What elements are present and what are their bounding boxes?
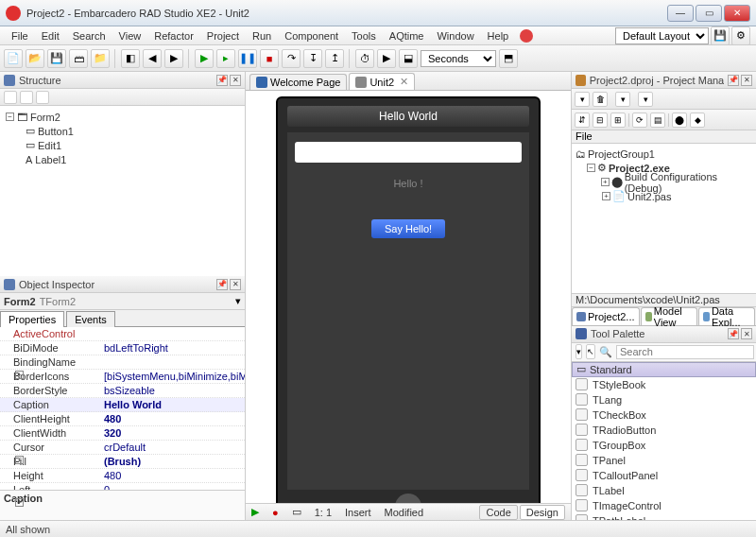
prop-row[interactable]: Height480 [0,469,245,483]
pm-filter-icon[interactable]: ▤ [650,113,665,128]
stepout-icon[interactable]: ↥ [325,49,344,68]
pm-build-icon[interactable]: ⬤ [672,113,687,128]
close-panel-icon[interactable]: ✕ [230,279,241,290]
layout-save-icon[interactable]: 💾 [711,26,730,45]
tab-events[interactable]: Events [66,311,115,327]
minimize-button[interactable]: — [667,5,694,22]
pal-cat-icon[interactable]: ▾ [576,344,582,359]
menu-refactor[interactable]: Refactor [148,28,199,43]
menu-search[interactable]: Search [67,28,112,43]
aq2-icon[interactable]: ▶ [377,49,396,68]
macro-indicator-icon[interactable]: ▭ [292,506,301,518]
pm-collapse-icon[interactable]: ⊟ [593,113,608,128]
stepinto-icon[interactable]: ↧ [303,49,322,68]
struct-btn1-icon[interactable] [4,91,17,104]
menu-help[interactable]: Help [482,28,515,43]
back-icon[interactable]: ◀ [143,49,162,68]
objinsp-selector[interactable]: Form2 TForm2 ▾ [0,293,245,310]
pm-unit[interactable]: Unit2.pas [627,191,671,202]
prop-row[interactable]: +Fill(Brush) [0,455,245,469]
prop-row[interactable]: BorderStylebsSizeable [0,384,245,398]
aq4-icon[interactable]: ⬒ [499,49,518,68]
form-designer[interactable]: Hello World Hello ! Say Hello! [246,91,571,503]
prop-row[interactable]: ActiveControl [0,327,245,341]
prop-row[interactable]: CaptionHello World [0,398,245,412]
menu-run[interactable]: Run [247,28,277,43]
prop-row[interactable]: Left0 [0,483,245,490]
new-icon[interactable]: 📄 [4,49,23,68]
menu-aqtime[interactable]: AQtime [384,28,430,43]
close-panel-icon[interactable]: ✕ [230,75,241,86]
close-tab-icon[interactable]: ✕ [400,76,408,88]
stepover-icon[interactable]: ↷ [282,49,301,68]
view-code-button[interactable]: Code [479,505,517,520]
pm-view-icon[interactable]: ▾ [638,92,653,107]
prop-row[interactable]: +BorderIcons[biSystemMenu,biMinimize,biM… [0,370,245,384]
pm-sort-icon[interactable]: ⇵ [575,113,590,128]
pm-expand-icon[interactable]: ⊞ [610,113,626,128]
palette-item[interactable]: TPathLabel [572,513,756,521]
menu-component[interactable]: Component [279,28,344,43]
aq3-icon[interactable]: ⬓ [399,49,418,68]
tab-dataexpl[interactable]: Data Expl... [698,307,755,325]
aq-icon[interactable]: ⏱ [355,49,374,68]
form-client[interactable]: Hello ! Say Hello! [287,132,529,490]
globe-icon[interactable] [520,29,533,43]
palette-search-input[interactable] [616,345,754,359]
folder-icon[interactable]: 📁 [91,49,110,68]
saveall-icon[interactable]: 🗃 [69,49,88,68]
pin-icon[interactable]: 📌 [216,75,228,86]
palette-item[interactable]: TPanel [572,453,756,468]
record-indicator-icon[interactable]: ● [272,507,279,518]
tree-label1[interactable]: Label1 [35,154,66,165]
palette-list[interactable]: TStyleBookTLangTCheckBoxTRadioButtonTGro… [572,377,756,521]
palette-item[interactable]: TImageControl [572,498,756,513]
menu-window[interactable]: Window [431,28,479,43]
edit1-control[interactable] [295,142,522,163]
pin-icon[interactable]: 📌 [216,279,228,290]
tab-project[interactable]: Project2... [572,307,640,325]
prop-row[interactable]: CursorcrDefault [0,441,245,455]
tab-unit2[interactable]: Unit2✕ [349,73,415,90]
pause-icon[interactable]: ❚❚ [238,49,257,68]
toggle-icon[interactable]: ◧ [121,49,140,68]
prop-row[interactable]: ClientWidth320 [0,426,245,441]
tab-modelview[interactable]: Model View [641,307,697,325]
menu-project[interactable]: Project [201,28,245,43]
palette-item[interactable]: TGroupBox [572,438,756,453]
tab-properties[interactable]: Properties [0,311,64,327]
palette-item[interactable]: TLang [572,392,756,407]
close-panel-icon[interactable]: ✕ [741,328,752,339]
menu-tools[interactable]: Tools [346,28,382,43]
pm-new-icon[interactable]: ▾ [575,92,590,107]
pm-group[interactable]: ProjectGroup1 [588,148,655,160]
projmgr-tree[interactable]: 🗂ProjectGroup1 −⚙Project2.exe +⬤Build Co… [572,144,756,293]
prop-row[interactable]: BindingName [0,355,245,370]
close-button[interactable]: ✕ [724,5,750,22]
label1-control[interactable]: Hello ! [393,178,422,189]
pin-icon[interactable]: 📌 [728,75,739,86]
menu-edit[interactable]: Edit [36,28,65,43]
palette-item[interactable]: TCheckBox [572,407,756,423]
pm-run-icon[interactable]: ▾ [615,92,630,107]
seconds-select[interactable]: Seconds [421,50,496,67]
tree-button1[interactable]: Button1 [38,126,74,137]
struct-btn2-icon[interactable] [20,91,33,104]
prop-row[interactable]: ClientHeight480 [0,412,245,426]
maximize-button[interactable]: ▭ [696,5,722,22]
tree-form[interactable]: Form2 [30,112,60,123]
run-indicator-icon[interactable]: ▶ [251,506,259,518]
palette-item[interactable]: TLabel [572,483,756,498]
structure-tree[interactable]: −🗔Form2 ▭Button1 ▭Edit1 ALabel1 [0,106,245,276]
palette-category[interactable]: ▭Standard [572,362,756,377]
run-nobp-icon[interactable]: ▸ [216,49,235,68]
save-icon[interactable]: 💾 [47,49,66,68]
menu-file[interactable]: File [6,28,34,43]
pm-opts-icon[interactable]: ◆ [690,113,705,128]
stop-icon[interactable]: ■ [260,49,279,68]
tab-welcome[interactable]: Welcome Page [249,74,347,90]
open-icon[interactable]: 📂 [26,49,44,68]
layout-tool-icon[interactable]: ⚙ [731,26,750,45]
palette-item[interactable]: TStyleBook [572,377,756,392]
tree-edit1[interactable]: Edit1 [38,140,61,151]
